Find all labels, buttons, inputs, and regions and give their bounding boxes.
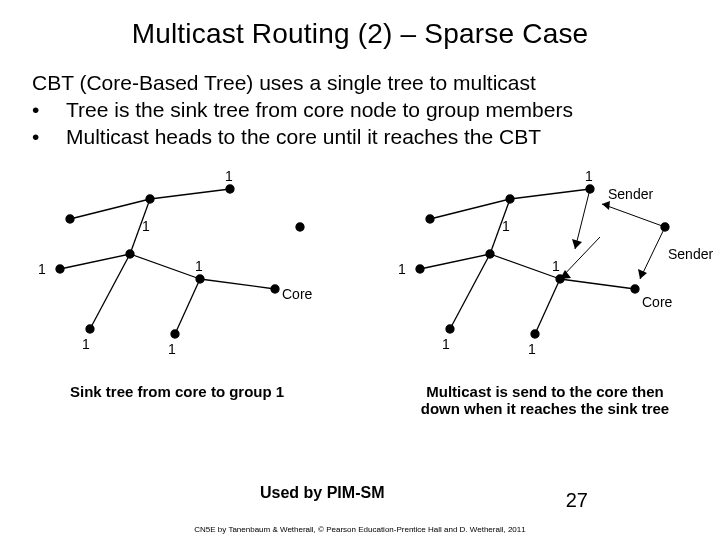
node-label: 1 [585, 168, 593, 184]
node-label: 1 [398, 261, 406, 277]
bullet-mark: • [32, 97, 66, 124]
core-label: Core [642, 294, 673, 310]
svg-line-36 [602, 204, 665, 227]
diagram-area: 1 1 1 1 1 1 Core [0, 159, 720, 379]
bullet-mark: • [32, 124, 66, 151]
svg-line-10 [70, 199, 150, 219]
svg-line-31 [420, 254, 490, 269]
bullet-text: Tree is the sink tree from core node to … [66, 97, 573, 124]
svg-line-32 [490, 254, 560, 279]
svg-marker-39 [572, 239, 582, 249]
svg-marker-37 [602, 201, 610, 210]
svg-line-35 [450, 254, 490, 329]
bullet-list: • Tree is the sink tree from core node t… [32, 97, 692, 151]
node-label: 1 [502, 218, 510, 234]
svg-line-14 [130, 254, 200, 279]
node-label: 1 [168, 341, 176, 357]
svg-line-29 [510, 189, 590, 199]
svg-marker-41 [638, 269, 647, 279]
list-item: • Multicast heads to the core until it r… [32, 124, 692, 151]
svg-line-16 [175, 279, 200, 334]
core-label: Core [282, 286, 313, 302]
captions: Sink tree from core to group 1 Multicast… [0, 379, 720, 429]
used-by-text: Used by PIM-SM [260, 484, 384, 502]
svg-line-34 [535, 279, 560, 334]
node-label: 1 [195, 258, 203, 274]
svg-line-33 [560, 279, 635, 289]
caption-left: Sink tree from core to group 1 [70, 383, 284, 400]
node-label: 1 [38, 261, 46, 277]
diagram-right: 1 1 1 1 1 1 Core Sender Sender [398, 168, 713, 357]
diagram-left: 1 1 1 1 1 1 Core [38, 168, 313, 357]
sender-arrows [560, 189, 665, 279]
list-item: • Tree is the sink tree from core node t… [32, 97, 692, 124]
sender-label: Sender [668, 246, 713, 262]
node-label: 1 [552, 258, 560, 274]
page-number: 27 [566, 489, 588, 512]
caption-right: Multicast is send to the core then down … [400, 383, 690, 417]
caption-right-line2: down when it reaches the sink tree [421, 400, 669, 417]
svg-line-15 [200, 279, 275, 289]
slide-title: Multicast Routing (2) – Sparse Case [0, 0, 720, 50]
svg-line-17 [90, 254, 130, 329]
svg-line-13 [60, 254, 130, 269]
sender-label: Sender [608, 186, 653, 202]
svg-marker-43 [560, 270, 571, 279]
svg-line-40 [640, 227, 665, 279]
svg-line-28 [430, 199, 510, 219]
intro-text: CBT (Core-Based Tree) uses a single tree… [32, 70, 692, 97]
svg-line-38 [575, 189, 590, 249]
node-label: 1 [225, 168, 233, 184]
diagrams-svg: 1 1 1 1 1 1 Core [0, 159, 720, 379]
node-label: 1 [82, 336, 90, 352]
svg-point-3 [296, 223, 304, 231]
node-label: 1 [528, 341, 536, 357]
node-label: 1 [442, 336, 450, 352]
footer-citation: CN5E by Tanenbaum & Wetherall, © Pearson… [0, 525, 720, 534]
caption-right-line1: Multicast is send to the core then [426, 383, 664, 400]
svg-line-11 [150, 189, 230, 199]
node-label: 1 [142, 218, 150, 234]
bullet-text: Multicast heads to the core until it rea… [66, 124, 541, 151]
